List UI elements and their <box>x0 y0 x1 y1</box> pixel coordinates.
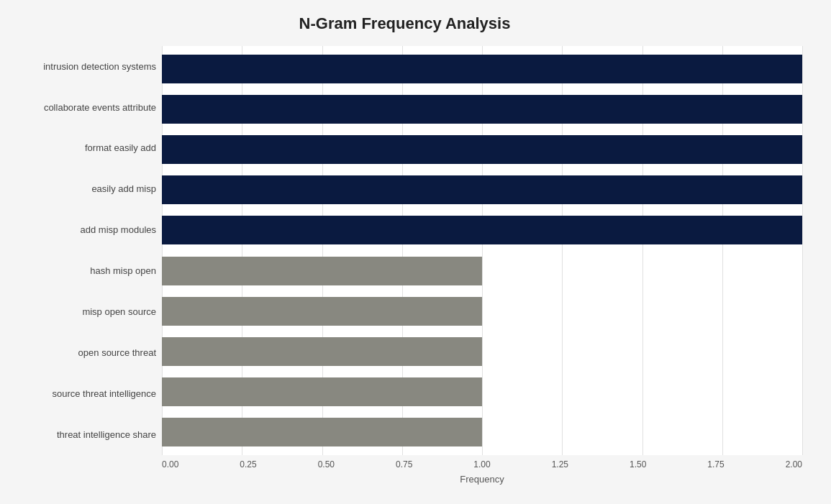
x-tick-label: 0.75 <box>396 459 412 469</box>
bar <box>162 337 482 366</box>
x-tick-label: 1.50 <box>630 459 646 469</box>
x-tick-label: 1.75 <box>707 459 724 469</box>
x-tick-label: 1.25 <box>552 459 568 469</box>
y-label: add misp modules <box>7 211 156 249</box>
bar-row <box>162 294 802 329</box>
bar-row <box>162 415 802 449</box>
y-label: collaborate events attribute <box>7 88 156 126</box>
bar <box>162 216 802 244</box>
y-label: hash misp open <box>7 252 156 290</box>
x-axis-label: Frequency <box>162 474 802 485</box>
bar-row <box>162 334 802 369</box>
chart-container: N-Gram Frequency Analysis intrusion dete… <box>0 0 831 504</box>
y-label: easily add misp <box>7 170 156 208</box>
y-label: open source threat <box>7 334 156 372</box>
bar-row <box>162 375 802 409</box>
chart-title: N-Gram Frequency Analysis <box>7 14 802 33</box>
bar-row <box>162 213 802 247</box>
x-tick-label: 1.00 <box>473 459 490 469</box>
bar-row <box>162 92 802 127</box>
x-tick-label: 0.50 <box>318 459 335 469</box>
y-label: intrusion detection systems <box>7 47 156 85</box>
bar <box>162 135 802 164</box>
y-label: source threat intelligence <box>7 375 156 413</box>
bar-row <box>162 52 802 86</box>
grid-line <box>802 46 803 455</box>
y-axis-labels: intrusion detection systemscollaborate e… <box>7 46 162 455</box>
x-tick-label: 0.25 <box>240 459 256 469</box>
y-label: format easily add <box>7 129 156 167</box>
bar <box>162 55 802 83</box>
x-tick-label: 2.00 <box>786 459 802 469</box>
x-axis-ticks: 0.000.250.500.751.001.251.501.752.00 <box>162 459 802 469</box>
bar <box>162 175 802 204</box>
bars-area <box>162 46 802 455</box>
bar-row <box>162 173 802 207</box>
bar <box>162 377 482 406</box>
bar-row <box>162 254 802 288</box>
bar <box>162 95 802 124</box>
x-tick-label: 0.00 <box>162 459 178 469</box>
bar <box>162 418 482 446</box>
bar-row <box>162 132 802 167</box>
y-label: misp open source <box>7 293 156 331</box>
bar <box>162 297 482 326</box>
bar <box>162 257 482 285</box>
y-label: threat intelligence share <box>7 416 156 453</box>
